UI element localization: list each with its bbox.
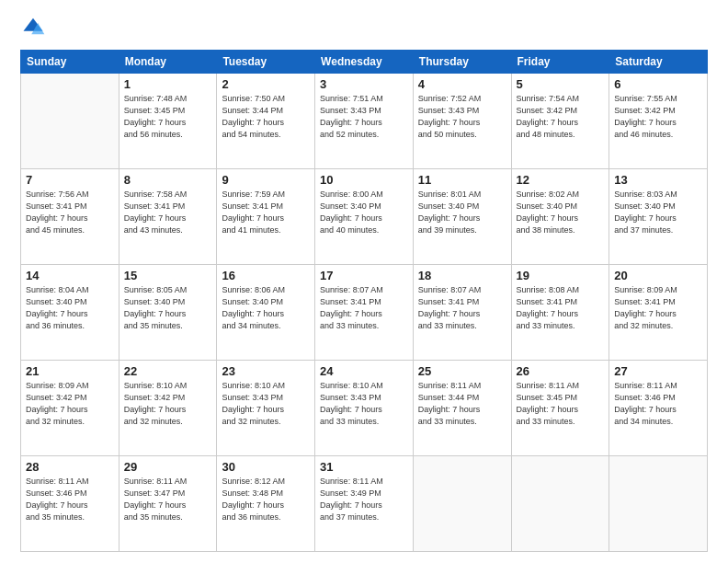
calendar-cell: 7Sunrise: 7:56 AM Sunset: 3:41 PM Daylig… bbox=[21, 169, 119, 265]
day-info: Sunrise: 8:10 AM Sunset: 3:42 PM Dayligh… bbox=[124, 380, 212, 428]
day-number: 27 bbox=[614, 364, 702, 378]
calendar-cell: 6Sunrise: 7:55 AM Sunset: 3:42 PM Daylig… bbox=[609, 74, 708, 169]
calendar-cell: 17Sunrise: 8:07 AM Sunset: 3:41 PM Dayli… bbox=[315, 265, 414, 361]
calendar-cell bbox=[609, 456, 708, 552]
day-info: Sunrise: 7:58 AM Sunset: 3:41 PM Dayligh… bbox=[124, 189, 212, 236]
calendar-cell: 12Sunrise: 8:02 AM Sunset: 3:40 PM Dayli… bbox=[511, 169, 609, 265]
day-info: Sunrise: 8:11 AM Sunset: 3:46 PM Dayligh… bbox=[614, 380, 702, 428]
page: SundayMondayTuesdayWednesdayThursdayFrid… bbox=[0, 0, 728, 563]
day-info: Sunrise: 7:52 AM Sunset: 3:43 PM Dayligh… bbox=[418, 93, 506, 141]
day-number: 22 bbox=[124, 364, 212, 378]
day-info: Sunrise: 8:01 AM Sunset: 3:40 PM Dayligh… bbox=[418, 189, 506, 236]
day-number: 3 bbox=[320, 77, 408, 91]
day-number: 15 bbox=[124, 269, 212, 282]
day-info: Sunrise: 8:09 AM Sunset: 3:41 PM Dayligh… bbox=[614, 284, 702, 332]
day-number: 19 bbox=[517, 269, 605, 282]
day-number: 29 bbox=[124, 460, 212, 474]
day-number: 6 bbox=[614, 77, 702, 91]
calendar-cell: 5Sunrise: 7:54 AM Sunset: 3:42 PM Daylig… bbox=[511, 74, 609, 169]
calendar-cell bbox=[413, 456, 511, 552]
week-row-5: 28Sunrise: 8:11 AM Sunset: 3:46 PM Dayli… bbox=[21, 456, 708, 552]
day-info: Sunrise: 8:07 AM Sunset: 3:41 PM Dayligh… bbox=[320, 284, 408, 332]
day-info: Sunrise: 8:02 AM Sunset: 3:40 PM Dayligh… bbox=[517, 189, 605, 236]
day-info: Sunrise: 8:11 AM Sunset: 3:49 PM Dayligh… bbox=[320, 476, 408, 523]
calendar-header-saturday: Saturday bbox=[609, 51, 708, 74]
calendar-header-row: SundayMondayTuesdayWednesdayThursdayFrid… bbox=[21, 51, 708, 74]
day-info: Sunrise: 8:06 AM Sunset: 3:40 PM Dayligh… bbox=[222, 284, 310, 332]
week-row-4: 21Sunrise: 8:09 AM Sunset: 3:42 PM Dayli… bbox=[21, 361, 708, 456]
calendar-cell: 19Sunrise: 8:08 AM Sunset: 3:41 PM Dayli… bbox=[511, 265, 609, 361]
calendar-cell bbox=[511, 456, 609, 552]
day-info: Sunrise: 7:55 AM Sunset: 3:42 PM Dayligh… bbox=[614, 93, 702, 141]
calendar-table: SundayMondayTuesdayWednesdayThursdayFrid… bbox=[20, 50, 708, 552]
day-number: 25 bbox=[418, 364, 506, 378]
calendar-cell: 3Sunrise: 7:51 AM Sunset: 3:43 PM Daylig… bbox=[315, 74, 414, 169]
day-number: 17 bbox=[320, 269, 408, 282]
day-info: Sunrise: 8:07 AM Sunset: 3:41 PM Dayligh… bbox=[418, 284, 506, 332]
calendar-cell: 31Sunrise: 8:11 AM Sunset: 3:49 PM Dayli… bbox=[315, 456, 414, 552]
calendar-cell: 4Sunrise: 7:52 AM Sunset: 3:43 PM Daylig… bbox=[413, 74, 511, 169]
calendar-cell: 26Sunrise: 8:11 AM Sunset: 3:45 PM Dayli… bbox=[511, 361, 609, 456]
day-info: Sunrise: 8:11 AM Sunset: 3:44 PM Dayligh… bbox=[418, 380, 506, 428]
day-info: Sunrise: 7:59 AM Sunset: 3:41 PM Dayligh… bbox=[222, 189, 310, 236]
day-number: 9 bbox=[222, 173, 310, 187]
day-info: Sunrise: 8:04 AM Sunset: 3:40 PM Dayligh… bbox=[26, 284, 114, 332]
day-number: 10 bbox=[320, 173, 408, 187]
calendar-header-friday: Friday bbox=[511, 51, 609, 74]
calendar-cell: 10Sunrise: 8:00 AM Sunset: 3:40 PM Dayli… bbox=[315, 169, 414, 265]
calendar-cell: 1Sunrise: 7:48 AM Sunset: 3:45 PM Daylig… bbox=[119, 74, 217, 169]
day-info: Sunrise: 7:54 AM Sunset: 3:42 PM Dayligh… bbox=[517, 93, 605, 141]
day-info: Sunrise: 8:05 AM Sunset: 3:40 PM Dayligh… bbox=[124, 284, 212, 332]
day-info: Sunrise: 8:10 AM Sunset: 3:43 PM Dayligh… bbox=[320, 380, 408, 428]
calendar-cell: 16Sunrise: 8:06 AM Sunset: 3:40 PM Dayli… bbox=[217, 265, 315, 361]
day-number: 11 bbox=[418, 173, 506, 187]
day-info: Sunrise: 8:11 AM Sunset: 3:47 PM Dayligh… bbox=[124, 476, 212, 523]
day-info: Sunrise: 8:12 AM Sunset: 3:48 PM Dayligh… bbox=[222, 476, 310, 523]
week-row-3: 14Sunrise: 8:04 AM Sunset: 3:40 PM Dayli… bbox=[21, 265, 708, 361]
day-info: Sunrise: 8:00 AM Sunset: 3:40 PM Dayligh… bbox=[320, 189, 408, 236]
calendar-cell: 28Sunrise: 8:11 AM Sunset: 3:46 PM Dayli… bbox=[21, 456, 119, 552]
day-info: Sunrise: 8:11 AM Sunset: 3:46 PM Dayligh… bbox=[26, 476, 114, 523]
day-number: 14 bbox=[26, 269, 114, 282]
day-info: Sunrise: 8:09 AM Sunset: 3:42 PM Dayligh… bbox=[26, 380, 114, 428]
calendar-cell: 22Sunrise: 8:10 AM Sunset: 3:42 PM Dayli… bbox=[119, 361, 217, 456]
header bbox=[20, 17, 708, 42]
calendar-cell: 11Sunrise: 8:01 AM Sunset: 3:40 PM Dayli… bbox=[413, 169, 511, 265]
calendar-cell: 30Sunrise: 8:12 AM Sunset: 3:48 PM Dayli… bbox=[217, 456, 315, 552]
day-number: 5 bbox=[517, 77, 605, 91]
day-info: Sunrise: 8:03 AM Sunset: 3:40 PM Dayligh… bbox=[614, 189, 702, 236]
calendar-header-thursday: Thursday bbox=[413, 51, 511, 74]
calendar-cell: 23Sunrise: 8:10 AM Sunset: 3:43 PM Dayli… bbox=[217, 361, 315, 456]
calendar-cell: 18Sunrise: 8:07 AM Sunset: 3:41 PM Dayli… bbox=[413, 265, 511, 361]
calendar-cell: 20Sunrise: 8:09 AM Sunset: 3:41 PM Dayli… bbox=[609, 265, 708, 361]
calendar-cell: 8Sunrise: 7:58 AM Sunset: 3:41 PM Daylig… bbox=[119, 169, 217, 265]
day-number: 1 bbox=[124, 77, 212, 91]
calendar-cell: 13Sunrise: 8:03 AM Sunset: 3:40 PM Dayli… bbox=[609, 169, 708, 265]
calendar-header-sunday: Sunday bbox=[21, 51, 119, 74]
day-info: Sunrise: 7:51 AM Sunset: 3:43 PM Dayligh… bbox=[320, 93, 408, 141]
day-number: 2 bbox=[222, 77, 310, 91]
day-info: Sunrise: 8:10 AM Sunset: 3:43 PM Dayligh… bbox=[222, 380, 310, 428]
calendar-cell: 25Sunrise: 8:11 AM Sunset: 3:44 PM Dayli… bbox=[413, 361, 511, 456]
day-number: 13 bbox=[614, 173, 702, 187]
calendar-cell: 21Sunrise: 8:09 AM Sunset: 3:42 PM Dayli… bbox=[21, 361, 119, 456]
day-number: 21 bbox=[26, 364, 114, 378]
calendar-cell: 15Sunrise: 8:05 AM Sunset: 3:40 PM Dayli… bbox=[119, 265, 217, 361]
calendar-header-monday: Monday bbox=[119, 51, 217, 74]
calendar-cell: 9Sunrise: 7:59 AM Sunset: 3:41 PM Daylig… bbox=[217, 169, 315, 265]
day-number: 28 bbox=[26, 460, 114, 474]
day-number: 8 bbox=[124, 173, 212, 187]
day-info: Sunrise: 7:50 AM Sunset: 3:44 PM Dayligh… bbox=[222, 93, 310, 141]
day-number: 18 bbox=[418, 269, 506, 282]
day-info: Sunrise: 8:11 AM Sunset: 3:45 PM Dayligh… bbox=[517, 380, 605, 428]
week-row-1: 1Sunrise: 7:48 AM Sunset: 3:45 PM Daylig… bbox=[21, 74, 708, 169]
day-number: 12 bbox=[517, 173, 605, 187]
day-number: 7 bbox=[26, 173, 114, 187]
day-number: 31 bbox=[320, 460, 408, 474]
week-row-2: 7Sunrise: 7:56 AM Sunset: 3:41 PM Daylig… bbox=[21, 169, 708, 265]
day-number: 30 bbox=[222, 460, 310, 474]
day-info: Sunrise: 7:48 AM Sunset: 3:45 PM Dayligh… bbox=[124, 93, 212, 141]
day-info: Sunrise: 8:08 AM Sunset: 3:41 PM Dayligh… bbox=[517, 284, 605, 332]
day-number: 20 bbox=[614, 269, 702, 282]
calendar-cell: 14Sunrise: 8:04 AM Sunset: 3:40 PM Dayli… bbox=[21, 265, 119, 361]
